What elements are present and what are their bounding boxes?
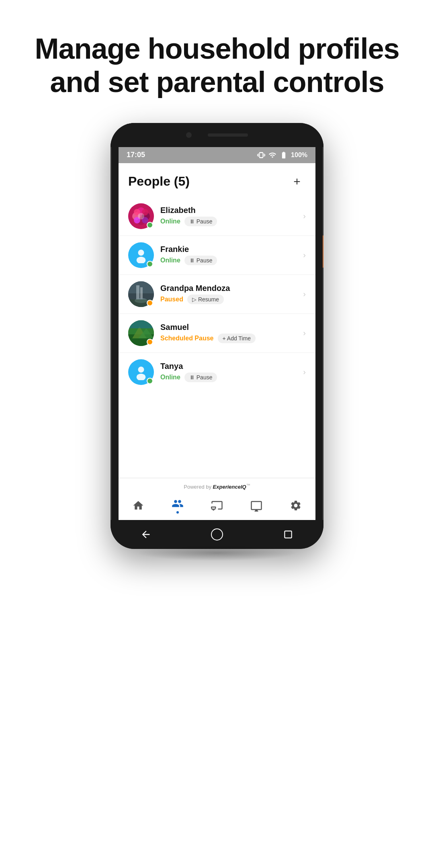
frankie-chevron: ›: [303, 250, 306, 260]
elizabeth-status-indicator: [147, 222, 153, 228]
frankie-status-row: Online ⏸ Pause: [160, 256, 300, 265]
tanya-pause-button[interactable]: ⏸ Pause: [184, 373, 217, 382]
samuel-name: Samuel: [160, 323, 300, 332]
pause-icon: ⏸: [189, 257, 195, 264]
page-title: People (5): [128, 174, 190, 189]
speaker-grill: [208, 133, 248, 137]
screen-icon: [250, 500, 262, 512]
svg-point-10: [138, 250, 144, 256]
grandpa-chevron: ›: [303, 289, 306, 299]
pause-icon: ⏸: [189, 374, 195, 381]
settings-icon: [290, 500, 302, 512]
svg-point-23: [138, 366, 144, 373]
battery-icon: [280, 151, 288, 159]
tanya-avatar-graphic: [133, 364, 149, 380]
headline: Manage household profiles and set parent…: [10, 0, 423, 119]
android-recents-button[interactable]: [281, 527, 295, 542]
elizabeth-info: Elizabeth Online ⏸ Pause: [160, 206, 300, 226]
android-back-button[interactable]: [139, 527, 153, 542]
app-content: People (5) +: [119, 163, 315, 520]
tanya-status-indicator: [147, 378, 153, 384]
phone-shell: 17:05 100% People (5) +: [111, 123, 323, 549]
tanya-info: Tanya Online ⏸ Pause: [160, 362, 300, 382]
frankie-avatar-graphic: [133, 247, 149, 263]
tanya-status-row: Online ⏸ Pause: [160, 373, 300, 382]
battery-text: 100%: [291, 151, 307, 159]
svg-point-24: [137, 373, 146, 380]
grandpa-status-row: Paused ▷ Resume: [160, 295, 300, 304]
grandpa-status: Paused: [160, 296, 183, 303]
people-nav-dot: [176, 511, 179, 514]
elizabeth-chevron: ›: [303, 211, 306, 221]
frankie-status-indicator: [147, 261, 153, 267]
nav-item-screen[interactable]: [244, 498, 269, 513]
elizabeth-pause-button[interactable]: ⏸ Pause: [184, 217, 217, 226]
avatar-samuel: [128, 320, 154, 346]
people-list: Elizabeth Online ⏸ Pause ›: [119, 197, 315, 478]
status-bar: 17:05 100%: [119, 147, 315, 163]
people-icon: [172, 497, 184, 510]
avatar-elizabeth: [128, 203, 154, 229]
frankie-name: Frankie: [160, 245, 300, 254]
elizabeth-status-row: Online ⏸ Pause: [160, 217, 300, 226]
frankie-status: Online: [160, 257, 180, 264]
bottom-nav: [119, 493, 315, 518]
back-triangle-icon: [140, 529, 151, 540]
person-row-frankie[interactable]: Frankie Online ⏸ Pause ›: [119, 236, 315, 275]
nav-item-people[interactable]: [165, 496, 190, 515]
svg-point-25: [211, 529, 223, 540]
grandpa-resume-button[interactable]: ▷ Resume: [187, 295, 224, 304]
resume-icon: ▷: [192, 296, 197, 303]
android-home-button[interactable]: [210, 527, 224, 542]
elizabeth-status: Online: [160, 218, 180, 225]
tanya-status: Online: [160, 374, 180, 381]
devices-icon: [211, 500, 223, 512]
brand-name: ExperienceIQ: [213, 484, 246, 490]
frankie-pause-button[interactable]: ⏸ Pause: [184, 256, 217, 265]
grandpa-status-indicator: [147, 300, 153, 306]
person-row-tanya[interactable]: Tanya Online ⏸ Pause ›: [119, 353, 315, 391]
home-icon: [132, 500, 144, 512]
powered-by: Powered by ExperienceIQ™: [119, 481, 315, 493]
android-recents-square-icon: [283, 529, 293, 540]
samuel-info: Samuel Scheduled Pause + Add Time: [160, 323, 300, 343]
phone-shadow: [137, 545, 297, 561]
person-row-grandpa-mendoza[interactable]: Grandpa Mendoza Paused ▷ Resume ›: [119, 275, 315, 314]
svg-rect-14: [136, 285, 139, 299]
elizabeth-name: Elizabeth: [160, 206, 300, 215]
samuel-status-row: Scheduled Pause + Add Time: [160, 334, 300, 343]
samuel-chevron: ›: [303, 328, 306, 338]
camera-dot: [186, 132, 192, 138]
samuel-status-indicator: [147, 339, 153, 345]
samuel-status: Scheduled Pause: [160, 335, 214, 342]
status-icons: 100%: [257, 151, 307, 159]
nav-item-devices[interactable]: [205, 498, 229, 513]
trademark: ™: [246, 483, 250, 487]
avatar-tanya: [128, 359, 154, 385]
frankie-info: Frankie Online ⏸ Pause: [160, 245, 300, 265]
nav-item-home[interactable]: [126, 498, 151, 513]
grandpa-name: Grandpa Mendoza: [160, 284, 300, 293]
phone-wrapper: 17:05 100% People (5) +: [108, 119, 326, 553]
side-button: [323, 235, 323, 268]
avatar-grandpa-mendoza: [128, 281, 154, 307]
tanya-chevron: ›: [303, 367, 306, 377]
nav-item-settings[interactable]: [283, 498, 308, 513]
phone-top-bar: [111, 123, 323, 147]
svg-point-11: [137, 256, 146, 263]
app-footer: Powered by ExperienceIQ™: [119, 478, 315, 520]
tanya-name: Tanya: [160, 362, 300, 371]
wifi-icon: [268, 151, 276, 159]
pause-icon: ⏸: [189, 218, 195, 225]
android-nav-bar: [111, 520, 323, 549]
android-home-circle-icon: [211, 528, 223, 541]
svg-rect-22: [128, 320, 154, 328]
add-person-button[interactable]: +: [288, 173, 306, 190]
svg-rect-15: [140, 287, 143, 299]
person-row-samuel[interactable]: Samuel Scheduled Pause + Add Time ›: [119, 314, 315, 353]
headline-line1: Manage household profiles: [35, 33, 399, 65]
person-row-elizabeth[interactable]: Elizabeth Online ⏸ Pause ›: [119, 197, 315, 236]
avatar-frankie: [128, 242, 154, 268]
headline-line2: and set parental controls: [50, 66, 384, 98]
samuel-add-time-button[interactable]: + Add Time: [218, 334, 256, 343]
